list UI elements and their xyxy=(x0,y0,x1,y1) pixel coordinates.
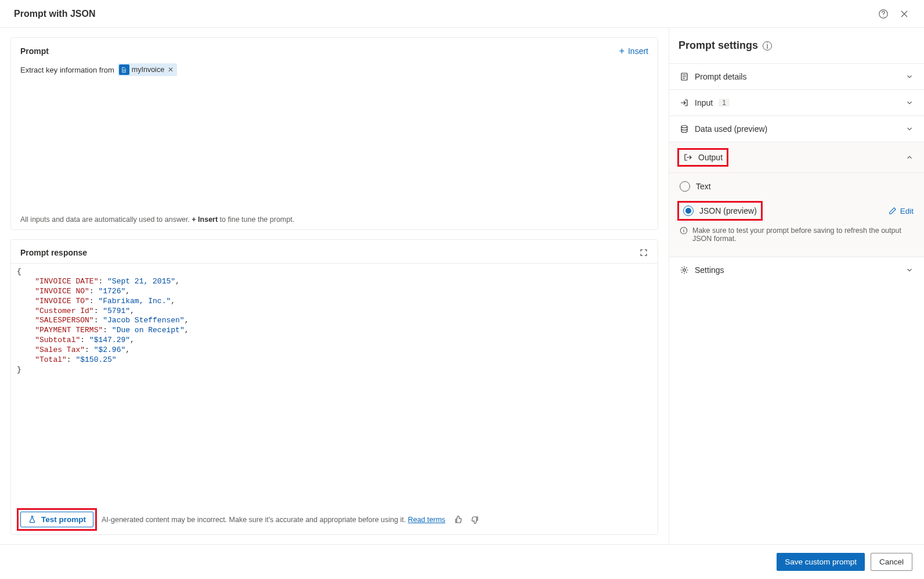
ai-disclaimer: AI-generated content may be incorrect. M… xyxy=(102,516,445,524)
prompt-hint: All inputs and data are automatically us… xyxy=(20,210,648,224)
plus-icon: + xyxy=(619,46,625,56)
info-icon xyxy=(680,226,688,235)
chevron-down-icon xyxy=(905,73,914,81)
save-button[interactable]: Save custom prompt xyxy=(777,553,865,571)
chip-remove-icon[interactable]: ✕ xyxy=(167,66,175,74)
output-option-text[interactable]: Text xyxy=(680,175,914,197)
chevron-up-icon xyxy=(905,153,914,161)
radio-checked-icon xyxy=(683,206,694,216)
dialog-title: Prompt with JSON xyxy=(14,9,95,19)
test-prompt-button[interactable]: Test prompt xyxy=(20,512,93,527)
section-prompt-details[interactable]: Prompt details xyxy=(669,64,924,89)
document-icon xyxy=(119,64,129,75)
chevron-down-icon xyxy=(905,125,914,133)
input-count-badge: 1 xyxy=(719,99,730,107)
prompt-text: Extract key information from xyxy=(20,66,114,74)
info-icon[interactable]: i xyxy=(763,41,772,51)
dialog-header: Prompt with JSON xyxy=(0,0,924,28)
test-prompt-label: Test prompt xyxy=(41,515,86,524)
dialog-footer: Save custom prompt Cancel xyxy=(0,544,924,579)
pencil-icon xyxy=(889,207,897,215)
flask-icon xyxy=(28,515,37,524)
thumbs-down-icon[interactable] xyxy=(471,515,480,524)
svg-point-1 xyxy=(883,16,883,16)
data-icon xyxy=(680,124,689,134)
response-card-title: Prompt response xyxy=(20,248,87,257)
prompt-card-title: Prompt xyxy=(20,46,49,56)
svg-point-2 xyxy=(123,69,125,71)
output-note: Make sure to test your prompt before sav… xyxy=(680,224,914,246)
radio-unchecked-icon xyxy=(680,181,690,192)
prompt-editor[interactable]: Extract key information from myInvoice ✕… xyxy=(11,61,658,229)
insert-button[interactable]: + Insert xyxy=(619,46,648,56)
insert-label: Insert xyxy=(628,46,648,56)
sidebar-title: Prompt settings i xyxy=(669,28,924,63)
read-terms-link[interactable]: Read terms xyxy=(408,516,446,524)
gear-icon xyxy=(680,265,689,275)
chevron-down-icon xyxy=(905,266,914,274)
edit-output-button[interactable]: Edit xyxy=(889,207,914,215)
expand-icon[interactable] xyxy=(639,248,648,257)
section-data-used[interactable]: Data used (preview) xyxy=(669,116,924,142)
help-icon[interactable] xyxy=(878,8,889,20)
chip-label: myInvoice xyxy=(132,66,164,74)
cancel-button[interactable]: Cancel xyxy=(871,553,912,571)
prompt-card: Prompt + Insert Extract key information … xyxy=(10,37,658,230)
close-icon[interactable] xyxy=(898,8,910,20)
settings-sidebar: Prompt settings i Prompt details xyxy=(669,28,924,544)
svg-point-6 xyxy=(683,269,685,271)
output-icon xyxy=(683,153,692,162)
chevron-down-icon xyxy=(905,99,914,107)
response-json-output: { "INVOICE DATE": "Sept 21, 2015", "INVO… xyxy=(11,263,658,505)
output-option-json[interactable]: JSON (preview) Edit xyxy=(680,197,914,224)
section-output[interactable]: Output xyxy=(669,142,924,172)
input-chip[interactable]: myInvoice ✕ xyxy=(118,63,177,76)
details-icon xyxy=(680,72,689,81)
section-settings[interactable]: Settings xyxy=(669,257,924,283)
input-icon xyxy=(680,98,689,107)
svg-point-4 xyxy=(681,125,687,128)
thumbs-up-icon[interactable] xyxy=(453,515,463,524)
response-card: Prompt response { "INVOICE DATE": "Sept … xyxy=(10,239,658,535)
section-input[interactable]: Input 1 xyxy=(669,90,924,116)
